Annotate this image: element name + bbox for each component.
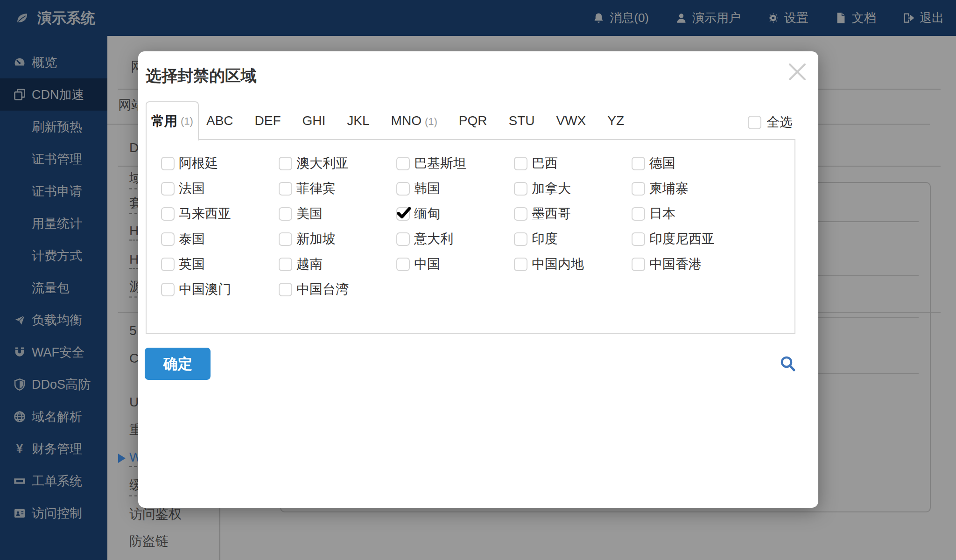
region-label: 菲律宾 [296, 180, 336, 197]
region-checkbox-item[interactable]: 新加坡 [279, 226, 396, 252]
tab-changyong[interactable]: 常用 (1) [146, 101, 199, 140]
region-label: 印度尼西亚 [649, 230, 715, 248]
checkbox[interactable] [514, 182, 527, 196]
region-checkbox-item[interactable]: 缅甸 [396, 201, 514, 226]
region-checkbox-item[interactable]: 中国内地 [514, 252, 632, 277]
region-label: 德国 [649, 154, 675, 172]
checkbox[interactable] [279, 157, 292, 170]
region-label: 英国 [179, 255, 205, 273]
tab-stu[interactable]: STU [509, 113, 535, 128]
region-label: 日本 [649, 205, 675, 223]
checkbox[interactable] [748, 116, 761, 129]
region-label: 中国台湾 [296, 280, 349, 298]
tab-jkl[interactable]: JKL [347, 113, 369, 128]
region-checkbox-item[interactable]: 马来西亚 [161, 201, 279, 226]
tab-label: ABC [206, 113, 233, 128]
checkbox[interactable] [279, 207, 292, 221]
region-checkbox-item[interactable]: 中国 [396, 252, 514, 277]
checkbox[interactable] [396, 258, 410, 271]
region-label: 中国澳门 [179, 280, 231, 298]
checkbox[interactable] [161, 232, 175, 246]
checkbox[interactable] [514, 232, 527, 246]
region-checkbox-item[interactable]: 美国 [279, 201, 396, 226]
tab-strip: ABCDEFGHIJKLMNO(1)PQRSTUVWXYZ [206, 101, 624, 140]
region-checkbox-item[interactable]: 柬埔寨 [632, 176, 749, 201]
region-checkbox-item[interactable]: 泰国 [161, 226, 279, 252]
tab-label: VWX [556, 113, 586, 128]
region-checkbox-item[interactable]: 法国 [161, 176, 279, 201]
tab-ghi[interactable]: GHI [302, 113, 326, 128]
tab-abc[interactable]: ABC [206, 113, 233, 128]
region-label: 墨西哥 [532, 205, 571, 223]
region-checkbox-item[interactable]: 巴西 [514, 151, 632, 176]
search-icon[interactable] [779, 355, 797, 373]
region-grid: 阿根廷澳大利亚巴基斯坦巴西德国法国菲律宾韩国加拿大柬埔寨马来西亚美国缅甸墨西哥日… [161, 151, 749, 302]
tab-yz[interactable]: YZ [607, 113, 624, 128]
region-label: 印度 [532, 230, 558, 248]
region-label: 中国香港 [649, 255, 702, 273]
region-checkbox-item[interactable]: 印度 [514, 226, 632, 252]
region-checkbox-item[interactable]: 墨西哥 [514, 201, 632, 226]
region-label: 马来西亚 [179, 205, 231, 223]
region-checkbox-item[interactable]: 菲律宾 [279, 176, 396, 201]
tab-mno[interactable]: MNO(1) [391, 113, 437, 128]
checkbox[interactable] [514, 258, 527, 271]
checkbox[interactable] [161, 157, 175, 170]
tab-label: GHI [302, 113, 326, 128]
checkbox[interactable] [161, 283, 175, 296]
region-label: 阿根廷 [179, 154, 218, 172]
checkbox[interactable] [632, 157, 645, 170]
region-checkbox-item[interactable]: 澳大利亚 [279, 151, 396, 176]
checkbox[interactable] [279, 258, 292, 271]
close-icon[interactable] [786, 61, 808, 83]
tab-vwx[interactable]: VWX [556, 113, 586, 128]
checkbox-checked[interactable] [396, 207, 410, 221]
checkbox[interactable] [161, 258, 175, 271]
region-label: 法国 [179, 180, 205, 197]
confirm-button[interactable]: 确定 [145, 348, 211, 380]
checkbox[interactable] [161, 182, 175, 196]
region-checkbox-item[interactable]: 德国 [632, 151, 749, 176]
region-checkbox-item[interactable]: 中国澳门 [161, 277, 279, 302]
region-label: 泰国 [179, 230, 205, 248]
region-checkbox-item[interactable]: 越南 [279, 252, 396, 277]
checkbox[interactable] [396, 232, 410, 246]
region-checkbox-item[interactable]: 中国台湾 [279, 277, 396, 302]
checkbox[interactable] [279, 182, 292, 196]
region-label: 中国 [414, 255, 440, 273]
checkbox[interactable] [514, 207, 527, 221]
checkbox[interactable] [632, 232, 645, 246]
region-label: 柬埔寨 [649, 180, 689, 197]
region-label: 加拿大 [532, 180, 571, 197]
checkbox[interactable] [632, 182, 645, 196]
region-checkbox-item[interactable]: 英国 [161, 252, 279, 277]
select-all-checkbox[interactable]: 全选 [748, 113, 793, 131]
checkbox[interactable] [396, 157, 410, 170]
checkbox[interactable] [632, 207, 645, 221]
checkbox[interactable] [279, 283, 292, 296]
region-label: 中国内地 [532, 255, 584, 273]
region-checkbox-item[interactable]: 加拿大 [514, 176, 632, 201]
screen: 演示系统 消息(0)演示用户设置文档退出 概览CDN加速刷新预热证书管理证书申请… [0, 0, 956, 560]
region-checkbox-item[interactable]: 韩国 [396, 176, 514, 201]
region-checkbox-item[interactable]: 意大利 [396, 226, 514, 252]
tab-label: JKL [347, 113, 369, 128]
region-checkbox-item[interactable]: 阿根廷 [161, 151, 279, 176]
tab-label: STU [509, 113, 535, 128]
region-checkbox-item[interactable]: 巴基斯坦 [396, 151, 514, 176]
checkbox[interactable] [396, 182, 410, 196]
tab-pqr[interactable]: PQR [459, 113, 487, 128]
checkbox[interactable] [632, 258, 645, 271]
region-label: 意大利 [414, 230, 453, 248]
checkbox[interactable] [161, 207, 175, 221]
checkbox[interactable] [514, 157, 527, 170]
region-panel: 阿根廷澳大利亚巴基斯坦巴西德国法国菲律宾韩国加拿大柬埔寨马来西亚美国缅甸墨西哥日… [146, 139, 795, 334]
region-label: 新加坡 [296, 230, 336, 248]
region-checkbox-item[interactable]: 中国香港 [632, 252, 749, 277]
tab-count: (1) [425, 116, 437, 128]
region-checkbox-item[interactable]: 日本 [632, 201, 749, 226]
checkbox[interactable] [279, 232, 292, 246]
region-checkbox-item[interactable]: 印度尼西亚 [632, 226, 749, 252]
tab-def[interactable]: DEF [255, 113, 281, 128]
region-label: 韩国 [414, 180, 440, 197]
